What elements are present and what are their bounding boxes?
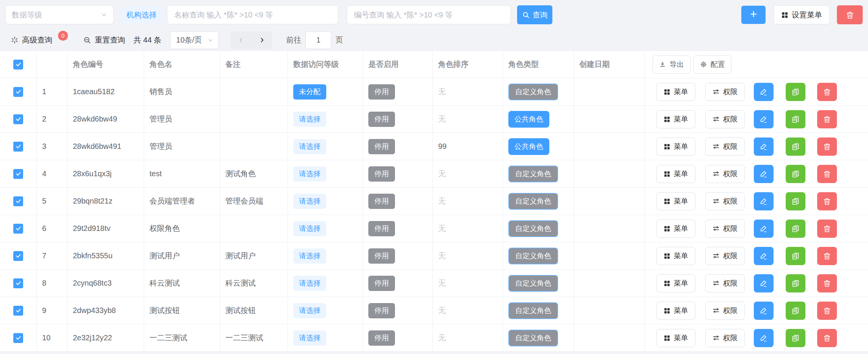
org-select-button[interactable]: 机构选择 xyxy=(121,6,162,23)
delete-button[interactable] xyxy=(817,165,837,183)
enabled-pill[interactable]: 停用 xyxy=(368,166,395,182)
row-checkbox[interactable] xyxy=(13,333,23,343)
name-query-input[interactable] xyxy=(167,5,338,24)
access-level-pill[interactable]: 请选择 xyxy=(293,194,326,209)
copy-button[interactable] xyxy=(786,137,805,156)
add-button[interactable]: + xyxy=(741,6,766,24)
data-level-select[interactable]: 数据等级 xyxy=(5,5,114,24)
edit-button[interactable] xyxy=(754,274,774,292)
edit-button[interactable] xyxy=(754,83,774,101)
copy-button[interactable] xyxy=(786,192,805,210)
select-all-checkbox[interactable] xyxy=(13,60,23,70)
edit-button[interactable] xyxy=(754,137,774,156)
permission-button[interactable]: 权限 xyxy=(705,220,745,238)
copy-button[interactable] xyxy=(786,220,805,238)
delete-button[interactable] xyxy=(817,137,837,156)
copy-button[interactable] xyxy=(786,83,805,101)
enabled-pill[interactable]: 停用 xyxy=(368,194,395,209)
enabled-pill[interactable]: 停用 xyxy=(368,112,395,127)
menu-button[interactable]: 菜单 xyxy=(656,329,695,347)
config-button[interactable]: 配置 xyxy=(693,55,731,74)
bulk-delete-button[interactable] xyxy=(837,5,863,24)
access-level-pill[interactable]: 请选择 xyxy=(293,303,326,318)
copy-button[interactable] xyxy=(786,165,805,183)
permission-button[interactable]: 权限 xyxy=(705,247,745,265)
permission-button[interactable]: 权限 xyxy=(705,110,745,128)
row-checkbox[interactable] xyxy=(13,142,23,152)
goto-page-input[interactable] xyxy=(305,32,331,49)
menu-button[interactable]: 菜单 xyxy=(656,302,695,320)
enabled-pill[interactable]: 停用 xyxy=(368,330,395,346)
delete-button[interactable] xyxy=(817,110,837,128)
query-button[interactable]: 查询 xyxy=(517,5,552,24)
access-level-pill[interactable]: 请选择 xyxy=(293,276,326,291)
access-level-pill[interactable]: 请选择 xyxy=(293,139,326,154)
permission-button[interactable]: 权限 xyxy=(705,165,745,183)
menu-button[interactable]: 菜单 xyxy=(656,220,695,238)
delete-button[interactable] xyxy=(817,274,837,292)
next-page-button[interactable] xyxy=(252,32,272,49)
menu-button[interactable]: 菜单 xyxy=(656,137,695,156)
access-level-pill[interactable]: 请选择 xyxy=(293,166,326,182)
role-type-pill[interactable]: 公共角色 xyxy=(508,138,549,155)
role-type-pill[interactable]: 自定义角色 xyxy=(508,248,558,264)
menu-button[interactable]: 菜单 xyxy=(656,192,695,210)
role-type-pill[interactable]: 自定义角色 xyxy=(508,302,558,319)
delete-button[interactable] xyxy=(817,83,837,101)
access-level-pill[interactable]: 请选择 xyxy=(293,221,326,236)
row-checkbox[interactable] xyxy=(13,251,23,261)
role-type-pill[interactable]: 公共角色 xyxy=(508,111,549,128)
role-type-pill[interactable]: 自定义角色 xyxy=(508,166,558,182)
copy-button[interactable] xyxy=(786,247,805,265)
row-checkbox[interactable] xyxy=(13,224,23,234)
enabled-pill[interactable]: 停用 xyxy=(368,139,395,154)
permission-button[interactable]: 权限 xyxy=(705,329,745,347)
edit-button[interactable] xyxy=(754,192,774,210)
edit-button[interactable] xyxy=(754,329,774,347)
delete-button[interactable] xyxy=(817,220,837,238)
code-query-input[interactable] xyxy=(347,5,511,24)
row-checkbox[interactable] xyxy=(13,87,23,97)
edit-button[interactable] xyxy=(754,302,774,320)
reset-query-button[interactable]: 重置查询 xyxy=(83,35,125,45)
permission-button[interactable]: 权限 xyxy=(705,137,745,156)
access-level-pill[interactable]: 请选择 xyxy=(293,112,326,127)
row-checkbox[interactable] xyxy=(13,169,23,179)
delete-button[interactable] xyxy=(817,247,837,265)
permission-button[interactable]: 权限 xyxy=(705,192,745,210)
permission-button[interactable]: 权限 xyxy=(705,83,745,101)
enabled-pill[interactable]: 停用 xyxy=(368,303,395,318)
edit-button[interactable] xyxy=(754,220,774,238)
access-level-pill[interactable]: 未分配 xyxy=(293,84,326,100)
delete-button[interactable] xyxy=(817,302,837,320)
menu-button[interactable]: 菜单 xyxy=(656,165,695,183)
role-type-pill[interactable]: 自定义角色 xyxy=(508,193,558,210)
copy-button[interactable] xyxy=(786,302,805,320)
export-button[interactable]: 导出 xyxy=(653,55,690,74)
row-checkbox[interactable] xyxy=(13,306,23,316)
menu-button[interactable]: 菜单 xyxy=(656,274,695,292)
copy-button[interactable] xyxy=(786,274,805,292)
access-level-pill[interactable]: 请选择 xyxy=(293,330,326,346)
permission-button[interactable]: 权限 xyxy=(705,302,745,320)
menu-button[interactable]: 菜单 xyxy=(656,247,695,265)
row-checkbox[interactable] xyxy=(13,114,23,124)
menu-button[interactable]: 菜单 xyxy=(656,110,695,128)
edit-button[interactable] xyxy=(754,110,774,128)
access-level-pill[interactable]: 请选择 xyxy=(293,248,326,264)
enabled-pill[interactable]: 停用 xyxy=(368,276,395,291)
delete-button[interactable] xyxy=(817,329,837,347)
menu-setup-button[interactable]: 设置菜单 xyxy=(774,5,830,24)
copy-button[interactable] xyxy=(786,329,805,347)
role-type-pill[interactable]: 自定义角色 xyxy=(508,220,558,237)
enabled-pill[interactable]: 停用 xyxy=(368,248,395,264)
edit-button[interactable] xyxy=(754,165,774,183)
prev-page-button[interactable] xyxy=(231,32,252,49)
enabled-pill[interactable]: 停用 xyxy=(368,221,395,236)
permission-button[interactable]: 权限 xyxy=(705,274,745,292)
row-checkbox[interactable] xyxy=(13,196,23,206)
role-type-pill[interactable]: 自定义角色 xyxy=(508,275,558,292)
role-type-pill[interactable]: 自定义角色 xyxy=(508,84,558,100)
advanced-query-toggle[interactable]: 高级查询 0 xyxy=(11,35,68,45)
enabled-pill[interactable]: 停用 xyxy=(368,84,395,100)
